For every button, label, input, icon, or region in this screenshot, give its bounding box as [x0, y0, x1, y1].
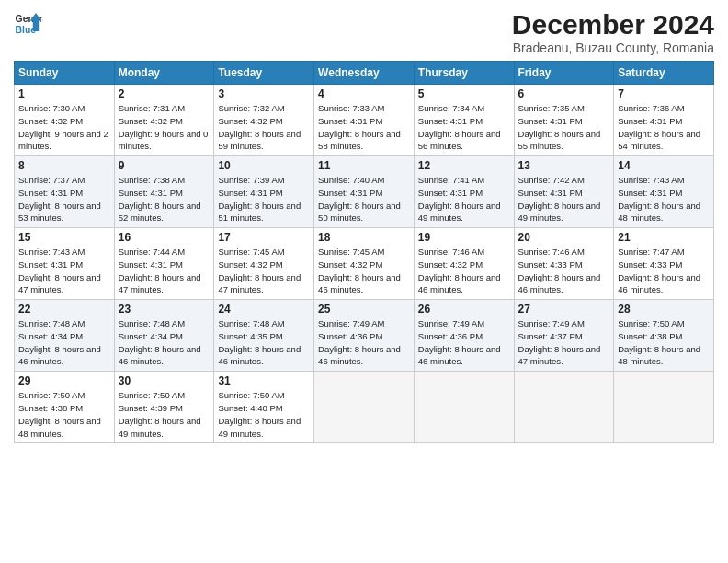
day-info: Sunrise: 7:45 AMSunset: 4:32 PMDaylight:…	[318, 247, 401, 294]
day-info: Sunrise: 7:45 AMSunset: 4:32 PMDaylight:…	[218, 247, 301, 294]
day-cell-22: 22Sunrise: 7:48 AMSunset: 4:34 PMDayligh…	[15, 300, 115, 372]
week-row-3: 15Sunrise: 7:43 AMSunset: 4:31 PMDayligh…	[15, 228, 714, 300]
day-number: 4	[318, 87, 410, 100]
day-cell-11: 11Sunrise: 7:40 AMSunset: 4:31 PMDayligh…	[314, 156, 415, 228]
day-cell-21: 21Sunrise: 7:47 AMSunset: 4:33 PMDayligh…	[614, 228, 714, 300]
day-info: Sunrise: 7:31 AMSunset: 4:32 PMDaylight:…	[119, 103, 209, 151]
day-cell-9: 9Sunrise: 7:38 AMSunset: 4:31 PMDaylight…	[114, 156, 214, 228]
day-cell-15: 15Sunrise: 7:43 AMSunset: 4:31 PMDayligh…	[15, 228, 115, 300]
title-block: December 2024 Bradeanu, Buzau County, Ro…	[512, 9, 714, 55]
day-cell-25: 25Sunrise: 7:49 AMSunset: 4:36 PMDayligh…	[314, 300, 415, 372]
weekday-header-wednesday: Wednesday	[314, 62, 415, 85]
day-cell-23: 23Sunrise: 7:48 AMSunset: 4:34 PMDayligh…	[114, 300, 214, 372]
day-info: Sunrise: 7:33 AMSunset: 4:31 PMDaylight:…	[318, 103, 401, 151]
day-info: Sunrise: 7:42 AMSunset: 4:31 PMDaylight:…	[518, 175, 601, 223]
day-number: 2	[119, 87, 210, 100]
day-number: 30	[119, 374, 210, 387]
week-row-5: 29Sunrise: 7:50 AMSunset: 4:38 PMDayligh…	[15, 372, 714, 443]
day-cell-31: 31Sunrise: 7:50 AMSunset: 4:40 PMDayligh…	[214, 372, 314, 443]
day-number: 6	[518, 87, 610, 100]
day-cell-1: 1Sunrise: 7:30 AMSunset: 4:32 PMDaylight…	[15, 85, 115, 156]
day-info: Sunrise: 7:35 AMSunset: 4:31 PMDaylight:…	[518, 103, 601, 151]
weekday-header-friday: Friday	[514, 62, 614, 85]
day-number: 7	[618, 87, 710, 100]
day-info: Sunrise: 7:32 AMSunset: 4:32 PMDaylight:…	[218, 103, 301, 151]
day-info: Sunrise: 7:48 AMSunset: 4:35 PMDaylight:…	[218, 318, 301, 366]
weekday-header-tuesday: Tuesday	[214, 62, 314, 85]
day-cell-17: 17Sunrise: 7:45 AMSunset: 4:32 PMDayligh…	[214, 228, 314, 300]
day-info: Sunrise: 7:41 AMSunset: 4:31 PMDaylight:…	[418, 175, 501, 223]
day-number: 19	[418, 231, 510, 244]
day-info: Sunrise: 7:46 AMSunset: 4:33 PMDaylight:…	[518, 247, 601, 294]
day-cell-28: 28Sunrise: 7:50 AMSunset: 4:38 PMDayligh…	[614, 300, 714, 372]
week-row-2: 8Sunrise: 7:37 AMSunset: 4:31 PMDaylight…	[15, 156, 714, 228]
day-cell-3: 3Sunrise: 7:32 AMSunset: 4:32 PMDaylight…	[214, 85, 314, 156]
day-number: 8	[18, 159, 110, 172]
day-number: 17	[218, 231, 310, 244]
day-number: 9	[119, 159, 210, 172]
day-cell-7: 7Sunrise: 7:36 AMSunset: 4:31 PMDaylight…	[614, 85, 714, 156]
day-number: 12	[418, 159, 510, 172]
day-info: Sunrise: 7:36 AMSunset: 4:31 PMDaylight:…	[618, 103, 700, 151]
day-number: 1	[18, 87, 110, 100]
day-number: 22	[18, 303, 110, 316]
day-number: 11	[318, 159, 410, 172]
day-number: 10	[218, 159, 310, 172]
day-info: Sunrise: 7:50 AMSunset: 4:38 PMDaylight:…	[18, 390, 101, 438]
day-number: 16	[119, 231, 210, 244]
empty-cell	[314, 372, 415, 443]
day-number: 27	[518, 303, 610, 316]
weekday-header-monday: Monday	[114, 62, 214, 85]
day-info: Sunrise: 7:50 AMSunset: 4:38 PMDaylight:…	[618, 318, 700, 366]
weekday-header-thursday: Thursday	[414, 62, 514, 85]
day-cell-14: 14Sunrise: 7:43 AMSunset: 4:31 PMDayligh…	[614, 156, 714, 228]
day-cell-10: 10Sunrise: 7:39 AMSunset: 4:31 PMDayligh…	[214, 156, 314, 228]
calendar-table: SundayMondayTuesdayWednesdayThursdayFrid…	[14, 61, 714, 443]
day-cell-6: 6Sunrise: 7:35 AMSunset: 4:31 PMDaylight…	[514, 85, 614, 156]
day-number: 23	[119, 303, 210, 316]
day-cell-4: 4Sunrise: 7:33 AMSunset: 4:31 PMDaylight…	[314, 85, 415, 156]
day-cell-30: 30Sunrise: 7:50 AMSunset: 4:39 PMDayligh…	[114, 372, 214, 443]
calendar-body: 1Sunrise: 7:30 AMSunset: 4:32 PMDaylight…	[15, 85, 714, 443]
day-cell-12: 12Sunrise: 7:41 AMSunset: 4:31 PMDayligh…	[414, 156, 514, 228]
header: General Blue December 2024 Bradeanu, Buz…	[14, 9, 714, 55]
day-number: 24	[218, 303, 310, 316]
day-info: Sunrise: 7:47 AMSunset: 4:33 PMDaylight:…	[618, 247, 700, 294]
main-title: December 2024	[512, 9, 714, 40]
day-info: Sunrise: 7:43 AMSunset: 4:31 PMDaylight:…	[18, 247, 101, 294]
empty-cell	[414, 372, 514, 443]
empty-cell	[614, 372, 714, 443]
day-cell-8: 8Sunrise: 7:37 AMSunset: 4:31 PMDaylight…	[15, 156, 115, 228]
day-number: 29	[18, 374, 110, 387]
day-cell-29: 29Sunrise: 7:50 AMSunset: 4:38 PMDayligh…	[15, 372, 115, 443]
day-info: Sunrise: 7:38 AMSunset: 4:31 PMDaylight:…	[119, 175, 201, 223]
day-number: 5	[418, 87, 510, 100]
day-number: 21	[618, 231, 710, 244]
day-number: 26	[418, 303, 510, 316]
week-row-4: 22Sunrise: 7:48 AMSunset: 4:34 PMDayligh…	[15, 300, 714, 372]
day-number: 25	[318, 303, 410, 316]
day-cell-16: 16Sunrise: 7:44 AMSunset: 4:31 PMDayligh…	[114, 228, 214, 300]
day-number: 18	[318, 231, 410, 244]
day-cell-13: 13Sunrise: 7:42 AMSunset: 4:31 PMDayligh…	[514, 156, 614, 228]
calendar-page: General Blue December 2024 Bradeanu, Buz…	[0, 0, 728, 563]
day-number: 20	[518, 231, 610, 244]
day-info: Sunrise: 7:46 AMSunset: 4:32 PMDaylight:…	[418, 247, 501, 294]
day-number: 13	[518, 159, 610, 172]
empty-cell	[514, 372, 614, 443]
day-info: Sunrise: 7:50 AMSunset: 4:39 PMDaylight:…	[119, 390, 201, 438]
day-info: Sunrise: 7:44 AMSunset: 4:31 PMDaylight:…	[119, 247, 201, 294]
day-number: 3	[218, 87, 310, 100]
day-number: 15	[18, 231, 110, 244]
day-info: Sunrise: 7:30 AMSunset: 4:32 PMDaylight:…	[18, 103, 108, 151]
subtitle: Bradeanu, Buzau County, Romania	[512, 40, 714, 55]
weekday-header-saturday: Saturday	[614, 62, 714, 85]
day-cell-19: 19Sunrise: 7:46 AMSunset: 4:32 PMDayligh…	[414, 228, 514, 300]
day-info: Sunrise: 7:50 AMSunset: 4:40 PMDaylight:…	[218, 390, 301, 438]
day-info: Sunrise: 7:39 AMSunset: 4:31 PMDaylight:…	[218, 175, 301, 223]
day-cell-2: 2Sunrise: 7:31 AMSunset: 4:32 PMDaylight…	[114, 85, 214, 156]
day-number: 31	[218, 374, 310, 387]
day-cell-18: 18Sunrise: 7:45 AMSunset: 4:32 PMDayligh…	[314, 228, 415, 300]
day-info: Sunrise: 7:34 AMSunset: 4:31 PMDaylight:…	[418, 103, 501, 151]
day-number: 28	[618, 303, 710, 316]
